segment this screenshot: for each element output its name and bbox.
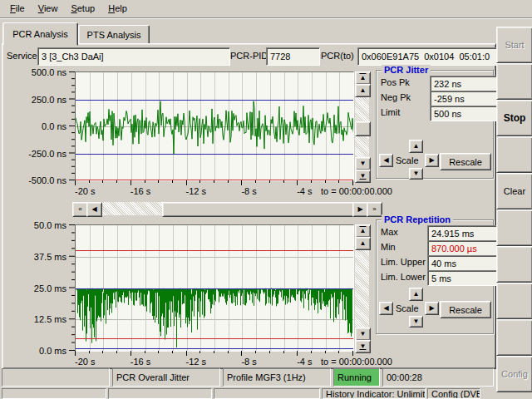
pcr-repetition-group-title: PCR Repetition: [382, 214, 453, 224]
jitter_panel-neg-pk-label: Neg Pk: [381, 92, 411, 102]
config-button-label: Config: [501, 369, 528, 379]
repetition-vscroll-end-icon: ▼: [360, 343, 367, 350]
jitter_panel-rescale-label: Rescale: [449, 157, 482, 167]
jitter_panel-value-1: -259 ns: [434, 94, 465, 104]
status2-panel-empty-0: [2, 388, 106, 399]
config-button[interactable]: Config: [496, 356, 532, 392]
status2-panel-empty-1: [108, 388, 212, 399]
repetition-vscroll-up-button[interactable]: ▲: [355, 237, 371, 250]
y-tick-label: 0.0 ns: [12, 121, 66, 131]
jitter-vscroll-end-button[interactable]: ▼: [355, 170, 371, 183]
status-panel-profile-mgf3-1hz-: Profile MGF3 (1Hz): [223, 368, 331, 387]
blank-button-8[interactable]: [496, 319, 532, 356]
repetition_panel-value-3: 5 ms: [431, 273, 451, 283]
y-tick-label: 37.5 ms: [12, 252, 66, 262]
repetition_panel-lim-lower-label: Lim. Lower: [381, 272, 426, 282]
repetition-vscroll-down-button[interactable]: ▼: [355, 328, 371, 341]
repetition_panel-field-1[interactable]: 870.000 µs: [427, 240, 497, 256]
status2-text-4: Config (DVB): [431, 389, 480, 399]
x-tick-label: -20 s: [75, 186, 95, 196]
jitter-vscroll-end-icon: ▼: [360, 173, 367, 180]
repetition_panel-field-3[interactable]: 5 ms: [427, 270, 497, 286]
repetition-vscroll-end-button[interactable]: ▼: [355, 340, 371, 353]
y-tick-label: 0.0 ms: [12, 346, 66, 356]
jitter-vscroll-down-button[interactable]: ▼: [355, 157, 371, 170]
jitter_panel-field-2[interactable]: 500 ns: [430, 106, 497, 121]
service-label: Service: [7, 51, 37, 61]
jitter_panel-field-0[interactable]: 232 ns: [430, 76, 497, 91]
status-panel-00-00-28: 00:00:28: [382, 368, 494, 387]
status2-panel-config-dvb-: Config (DVB): [427, 388, 480, 399]
repetition_panel-max-label: Max: [381, 227, 398, 237]
status-panel-empty-0: [2, 368, 110, 387]
x-axis-end-time-label: to = 00:00:00.000: [321, 357, 421, 367]
service-field[interactable]: 3 [3_Ch3 DaAi]: [37, 47, 230, 66]
pcr-pid-field[interactable]: 7728: [266, 47, 320, 66]
blank-button-5[interactable]: [496, 209, 532, 246]
time-scroll-left-icon: ◀: [91, 206, 96, 213]
status2-panel-empty-2: [214, 388, 320, 399]
status2-panel-history-indicator-unlimited: History Indicator: Unlimited: [322, 388, 426, 399]
jitter_panel-scale-down-button[interactable]: ▼: [409, 168, 423, 180]
repetition_panel-scale-right-icon: ▶: [429, 305, 434, 312]
x-tick-label: -16 s: [131, 186, 150, 196]
jitter_panel-rescale-button[interactable]: Rescale: [440, 153, 491, 170]
pcr-to-field[interactable]: 0x060E91A75 0x0104 05:01:0: [357, 47, 501, 66]
jitter-vscroll-thumb[interactable]: [355, 121, 371, 136]
repetition_panel-scale-label: Scale: [396, 303, 419, 313]
repetition_panel-rescale-label: Rescale: [449, 305, 482, 315]
repetition_panel-value-1: 870.000 µs: [431, 244, 477, 254]
clear-button[interactable]: Clear: [496, 173, 532, 209]
jitter_panel-scale-right-button[interactable]: ▶: [425, 154, 439, 167]
blank-button-7[interactable]: [496, 283, 532, 319]
pcr-jitter-group-title: PCR Jitter: [382, 65, 431, 75]
time-scroll-left-button[interactable]: ◀: [86, 202, 102, 217]
repetition_panel-scale-down-button[interactable]: ▼: [409, 316, 423, 328]
jitter_panel-scale-up-icon: ▲: [413, 143, 420, 150]
status-text-1: PCR Overall Jitter: [116, 372, 190, 382]
content-layer: Service 3 [3_Ch3 DaAi] PCR-PID 7728 PCR(…: [0, 0, 532, 399]
jitter_panel-scale-label: Scale: [396, 155, 419, 165]
x-tick-label: -12 s: [186, 357, 206, 367]
repetition_panel-field-2[interactable]: 40 ms: [427, 255, 497, 271]
repetition_panel-min-label: Min: [381, 242, 396, 252]
jitter_panel-value-2: 500 ns: [434, 109, 461, 119]
repetition_panel-scale-left-icon: ◀: [383, 305, 388, 312]
repetition_panel-scale-up-button[interactable]: ▲: [409, 288, 423, 301]
repetition_panel-rescale-button[interactable]: Rescale: [440, 301, 491, 318]
tab-pcr-analysis[interactable]: PCR Analysis: [2, 22, 78, 46]
blank-button-3[interactable]: [496, 136, 532, 173]
time-scroll-home-icon: «: [78, 206, 81, 213]
y-tick-label: -500.0 ns: [12, 175, 66, 185]
jitter_panel-scale-left-button[interactable]: ◀: [379, 154, 393, 167]
blank-button-6[interactable]: [496, 246, 532, 283]
jitter_panel-scale-up-button[interactable]: ▲: [409, 140, 423, 153]
jitter_panel-field-1[interactable]: -259 ns: [430, 91, 497, 106]
jitter-vscroll-up-button[interactable]: ▲: [355, 84, 371, 97]
y-tick-label: -250.0 ns: [12, 149, 66, 159]
blank-button-1[interactable]: [496, 63, 532, 100]
start-button[interactable]: Start: [496, 27, 532, 63]
status-text-2: Profile MGF3 (1Hz): [227, 372, 306, 382]
repetition_panel-field-0[interactable]: 24.915 ms: [427, 225, 497, 241]
jitter-vscroll-down-icon: ▼: [360, 160, 367, 167]
repetition_panel-scale-left-button[interactable]: ◀: [379, 302, 393, 315]
repetition_panel-value-0: 24.915 ms: [431, 229, 474, 239]
time-scroll-right-icon: ▶: [357, 206, 362, 213]
repetition-vscroll-home-button[interactable]: ▲: [355, 224, 371, 238]
jitter_panel-limit-label: Limit: [381, 107, 400, 117]
y-tick-label: 250.0 ns: [12, 95, 66, 105]
status-text-3: Running: [337, 372, 372, 382]
status-text-4: 00:00:28: [387, 372, 422, 382]
repetition_panel-scale-down-icon: ▼: [413, 318, 420, 325]
pcr-to-value: 0x060E91A75 0x0104 05:01:0: [362, 52, 490, 62]
x-tick-label: -16 s: [131, 357, 150, 367]
repetition_panel-scale-right-button[interactable]: ▶: [425, 302, 439, 315]
stop-button[interactable]: Stop: [496, 100, 532, 136]
jitter-vscroll-home-button[interactable]: ▲: [355, 71, 371, 85]
stop-button-label: Stop: [504, 112, 526, 124]
time-scroll-end-button[interactable]: »: [367, 202, 382, 217]
jitter_panel-scale-right-icon: ▶: [429, 157, 434, 164]
time-scroll-thumb[interactable]: [162, 202, 354, 217]
clear-button-label: Clear: [504, 186, 525, 196]
